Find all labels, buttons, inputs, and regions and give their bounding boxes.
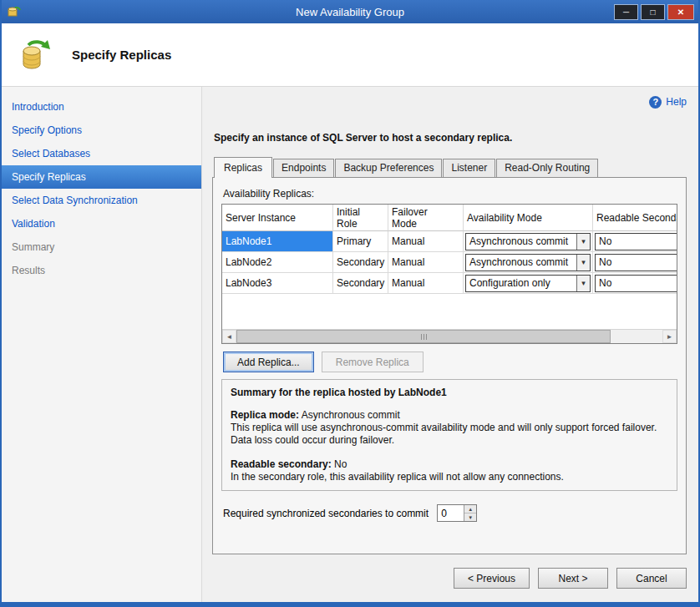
wizard-window: New Availability Group ─ □ ✕ Specify Rep… [0,0,700,607]
sidebar-item-introduction[interactable]: Introduction [2,95,201,119]
combo-value: Asynchronous commit [466,235,576,247]
cell-initial-role: Secondary [333,273,388,294]
quorum-input[interactable] [438,505,464,521]
combo-value: No [596,256,677,268]
readable-secondary-label: Readable secondary: [231,458,332,470]
close-button[interactable]: ✕ [667,4,694,20]
chevron-down-icon[interactable]: ▾ [576,276,590,291]
replica-mode-value: Asynchronous commit [302,409,400,421]
tab-read-only-routing[interactable]: Read-Only Routing [496,159,598,177]
chevron-down-icon[interactable]: ▾ [576,255,590,271]
cell-readable-secondary: No ▾ [593,252,677,273]
replica-mode-line: Replica mode: Asynchronous commit [231,409,668,422]
cancel-button[interactable]: Cancel [616,568,687,589]
scrollbar-grip-icon [426,334,427,340]
replicas-table: Server Instance Initial Role Failover Mo… [221,204,677,344]
table-row: LabNode3 Secondary Manual Configuration … [222,273,677,294]
replica-mode-description: This replica will use asynchronous-commi… [231,422,668,447]
scroll-right-icon[interactable]: ► [662,330,677,343]
column-header-server-instance[interactable]: Server Instance [222,205,333,231]
sidebar-item-select-data-synchronization[interactable]: Select Data Synchronization [2,189,201,212]
help-icon[interactable]: ? [649,96,662,109]
column-header-initial-role[interactable]: Initial Role [333,205,388,231]
sidebar-item-select-databases[interactable]: Select Databases [2,142,201,165]
maximize-button[interactable]: □ [641,4,665,20]
cell-server-instance[interactable]: LabNode2 [222,252,333,273]
tab-backup-preferences[interactable]: Backup Preferences [335,159,442,177]
table-row: LabNode1 Primary Manual Asynchronous com… [222,231,677,252]
readable-secondary-select[interactable]: No ▾ [595,254,677,271]
add-replica-button[interactable]: Add Replica... [223,352,314,372]
combo-value: Asynchronous commit [466,256,576,268]
remove-replica-button: Remove Replica [322,352,424,372]
column-header-availability-mode[interactable]: Availability Mode [464,205,593,231]
sidebar-item-validation[interactable]: Validation [2,212,201,235]
replicas-tab-page: Availability Replicas: Server Instance I… [212,177,687,554]
cell-failover-mode: Manual [388,231,464,252]
scrollbar-track[interactable] [611,330,662,343]
spinner-up-icon[interactable]: ▲ [464,505,476,513]
quorum-label: Required synchronized secondaries to com… [223,508,429,519]
minimize-button[interactable]: ─ [614,4,638,20]
combo-value: No [596,235,677,247]
quorum-row: Required synchronized secondaries to com… [223,504,677,522]
replica-summary-panel: Summary for the replica hosted by LabNod… [221,379,677,491]
chevron-down-icon[interactable]: ▾ [576,234,590,250]
next-button[interactable]: Next > [538,568,608,589]
scrollbar-grip-icon [424,334,424,340]
horizontal-scrollbar: ◄ ► [222,329,677,343]
readable-secondary-value: No [334,458,347,470]
cell-initial-role: Primary [333,231,388,252]
spinner-arrows: ▲ ▼ [464,505,476,521]
cell-server-instance[interactable]: LabNode3 [222,273,333,294]
column-header-failover-mode[interactable]: Failover Mode [388,205,464,231]
help-row: ? Help [212,94,687,110]
sidebar-item-summary: Summary [2,235,201,259]
window-controls: ─ □ ✕ [614,4,698,20]
column-header-readable-secondary[interactable]: Readable Secondary [593,205,677,231]
quorum-spinner: ▲ ▼ [437,504,477,522]
spinner-down-icon[interactable]: ▼ [464,513,476,521]
availability-mode-select[interactable]: Configuration only ▾ [465,275,591,292]
availability-mode-select[interactable]: Asynchronous commit ▾ [465,254,591,271]
instruction-text: Specify an instance of SQL Server to hos… [214,132,687,144]
cell-availability-mode: Asynchronous commit ▾ [464,252,593,273]
availability-replicas-label: Availability Replicas: [223,188,677,200]
main-content: ? Help Specify an instance of SQL Server… [202,87,698,602]
sidebar-item-specify-options[interactable]: Specify Options [2,119,201,142]
scrollbar-thumb[interactable] [236,330,611,343]
tab-endpoints[interactable]: Endpoints [273,159,334,177]
readable-secondary-description: In the secondary role, this availability… [231,471,668,483]
readable-secondary-select[interactable]: No ▾ [595,233,677,250]
app-icon [8,5,21,18]
tab-listener[interactable]: Listener [443,159,495,177]
cell-availability-mode: Asynchronous commit ▾ [464,231,593,252]
help-link[interactable]: Help [666,96,687,108]
availability-group-icon [17,36,55,74]
wizard-header: Specify Replicas [2,23,698,87]
table-row: LabNode2 Secondary Manual Asynchronous c… [222,252,677,273]
cell-server-instance[interactable]: LabNode1 [222,231,333,252]
wizard-steps-sidebar: Introduction Specify Options Select Data… [2,87,202,602]
sidebar-item-specify-replicas[interactable]: Specify Replicas [2,165,201,189]
window-title: New Availability Group [2,6,698,18]
sidebar-item-results: Results [2,259,201,282]
cell-failover-mode: Manual [388,273,464,294]
combo-value: No [596,277,677,289]
replica-mode-label: Replica mode: [231,409,299,421]
cell-readable-secondary: No ▾ [593,273,677,294]
summary-title: Summary for the replica hosted by LabNod… [231,387,668,399]
cell-availability-mode: Configuration only ▾ [464,273,593,294]
cell-failover-mode: Manual [388,252,464,273]
tab-replicas[interactable]: Replicas [214,157,272,178]
scroll-left-icon[interactable]: ◄ [222,330,236,343]
combo-value: Configuration only [466,277,576,289]
readable-secondary-select[interactable]: No ▾ [595,275,677,292]
previous-button[interactable]: < Previous [454,568,530,589]
readable-secondary-line: Readable secondary: No [231,458,668,471]
wizard-footer: < Previous Next > Cancel [212,568,687,602]
availability-mode-select[interactable]: Asynchronous commit ▾ [465,233,591,250]
tab-strip: Replicas Endpoints Backup Preferences Li… [214,157,687,177]
cell-initial-role: Secondary [333,252,388,273]
page-title: Specify Replicas [72,48,171,62]
